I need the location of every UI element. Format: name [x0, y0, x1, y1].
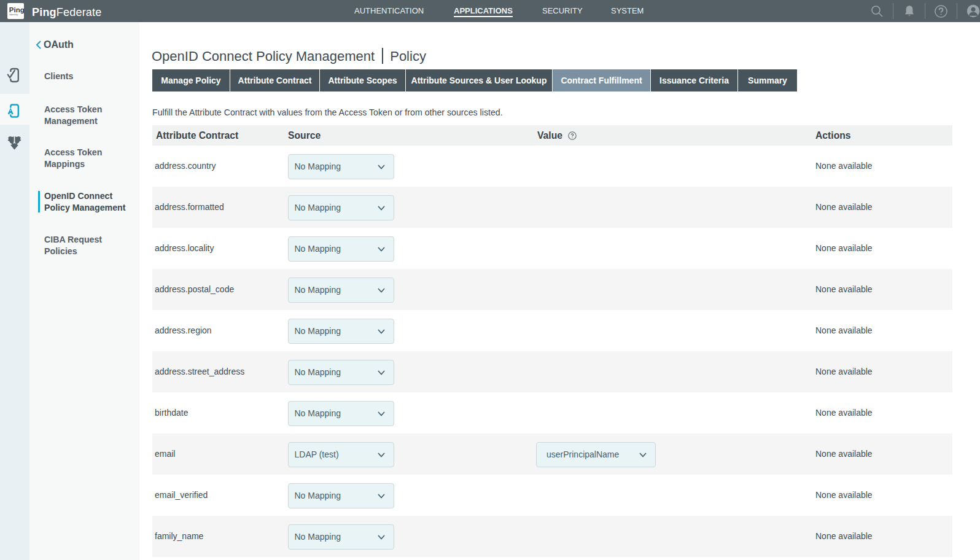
- svg-text:Ping: Ping: [9, 6, 24, 14]
- svg-text:Identity: Identity: [9, 13, 18, 16]
